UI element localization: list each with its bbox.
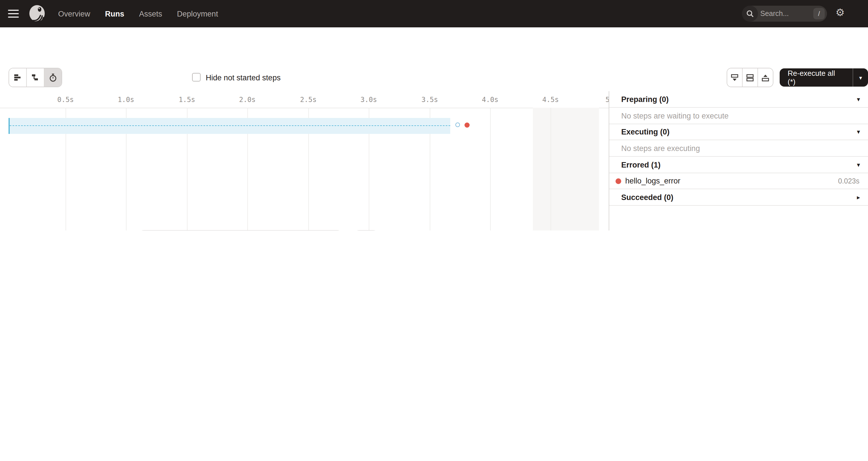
search-icon (742, 6, 758, 22)
step-duration-bar[interactable] (8, 118, 450, 134)
axis-tick: 1.0s (118, 96, 134, 104)
dagster-run-page: Overview Runs Assets Deployment / ⚙ 7e23… (0, 0, 868, 230)
section-executing[interactable]: Executing (0)▾ (609, 124, 868, 140)
step-dashed-line (10, 125, 450, 126)
gantt-toolbar: Hide not started steps (0, 63, 868, 91)
axis-tick: 4.5s (542, 96, 559, 104)
top-nav: Overview Runs Assets Deployment / ⚙ (0, 0, 868, 27)
hide-not-started-label: Hide not started steps (206, 73, 281, 82)
section-succeeded[interactable]: Succeeded (0)▸ (609, 189, 868, 206)
panel-collapse-down-icon (730, 73, 739, 82)
axis-tick: 1.5s (179, 96, 195, 104)
dagster-logo[interactable] (27, 4, 47, 23)
flat-gantt-icon (13, 73, 22, 82)
nav-assets[interactable]: Assets (139, 9, 162, 18)
reexecute-all-button[interactable]: Re-execute all (*) ▾ (780, 68, 868, 87)
step-duration: 0.023s (838, 177, 860, 185)
step-open-marker[interactable] (455, 123, 460, 127)
gantt-timeline: 0.5s 1.0s 1.5s 2.0s 2.5s 3.0s 3.5s 4.0s … (0, 91, 609, 230)
global-search[interactable]: / (742, 6, 827, 22)
split-panels-button[interactable] (743, 68, 758, 87)
axis-tick: 0.5s (57, 96, 74, 104)
waterfall-view-button[interactable] (27, 68, 44, 87)
chevron-down-icon[interactable]: ▾ (857, 128, 860, 135)
collapse-bottom-button[interactable] (727, 68, 743, 87)
view-mode-group (8, 68, 62, 87)
hide-not-started-checkbox[interactable] (192, 73, 200, 82)
panel-split-icon (745, 73, 754, 82)
step-subset-input-wrap (134, 230, 346, 230)
axis-tick: 4.0s (482, 96, 498, 104)
panel-layout-group (727, 68, 773, 87)
step-status-panel: Preparing (0)▾ No steps are waiting to e… (609, 91, 868, 230)
step-failure-marker[interactable] (464, 123, 470, 128)
chevron-down-icon[interactable]: ▾ (857, 95, 860, 103)
waterfall-gantt-icon (31, 73, 40, 82)
nav-deployment[interactable]: Deployment (177, 9, 218, 18)
axis-tick: 3.0s (361, 96, 377, 104)
chevron-down-icon[interactable]: ▾ (857, 161, 860, 168)
section-preparing[interactable]: Preparing (0)▾ (609, 91, 868, 108)
axis-tick: 2.5s (300, 96, 317, 104)
preparing-empty-row: No steps are waiting to execute (609, 108, 868, 124)
section-errored[interactable]: Errored (1)▾ (609, 157, 868, 173)
executing-empty-row: No steps are executing (609, 140, 868, 157)
errored-step-row[interactable]: hello_logs_error 0.023s (609, 173, 868, 189)
graph-query-toggle (350, 230, 382, 230)
timer-icon (49, 73, 57, 82)
nav-overview[interactable]: Overview (58, 9, 90, 18)
search-shortcut-key: / (813, 8, 825, 19)
error-dot-icon (616, 178, 621, 184)
axis-line (0, 108, 609, 108)
nav-runs[interactable]: Runs (105, 9, 125, 18)
axis-tick: 2.0s (239, 96, 256, 104)
run-header: 7e236874 Failure ↺ Run of demo_job_error… (0, 27, 868, 64)
chevron-right-icon[interactable]: ▸ (857, 193, 860, 201)
panel-collapse-up-icon (761, 73, 770, 82)
timing-view-button[interactable] (44, 68, 62, 87)
collapse-top-button[interactable] (758, 68, 773, 87)
after-run-shading (533, 108, 599, 230)
menu-icon[interactable] (8, 8, 19, 20)
axis-tick: 3.5s (422, 96, 438, 104)
reexecute-dropdown-caret[interactable]: ▾ (852, 68, 868, 87)
step-name: hello_logs_error (625, 177, 681, 185)
gear-icon[interactable]: ⚙ (836, 7, 845, 18)
flat-view-button[interactable] (9, 68, 27, 87)
search-input[interactable] (758, 10, 813, 18)
